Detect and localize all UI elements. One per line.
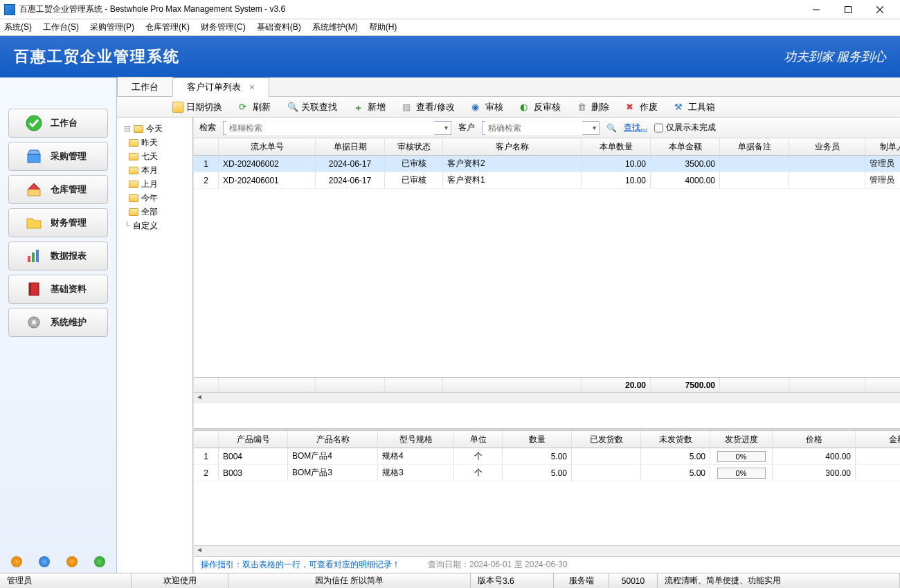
folder-icon [172,102,183,113]
tree-today[interactable]: ⊟今天 [124,122,192,136]
folder-icon [129,194,138,202]
chevron-down-icon[interactable]: ▾ [444,124,448,131]
close-button[interactable] [864,0,896,19]
sidebar-item-reports[interactable]: 数据报表 [8,241,108,270]
toolbar-delete[interactable]: 🗑删除 [577,101,609,113]
column-header[interactable]: 已发货数 [572,431,641,448]
column-header[interactable]: 本单金额 [651,138,720,155]
column-header[interactable]: 单位 [454,431,503,448]
tree-all[interactable]: 全部 [124,205,192,219]
help-icon[interactable] [66,556,78,567]
toolbar-refresh[interactable]: ⟳刷新 [239,101,271,113]
footer-cell [219,378,316,392]
sidebar-item-purchase[interactable]: 采购管理 [8,142,108,171]
search-bar: 检索 ▾ 客户 ▾ 🔍 查找... 仅展示未完成 [194,118,900,138]
column-header[interactable]: 价格 [773,431,856,448]
fuzzy-search-input[interactable]: ▾ [223,121,451,135]
toolbar-audit[interactable]: ◉审核 [471,101,503,113]
column-header[interactable]: 发货进度 [710,431,773,448]
sidebar-item-maintenance[interactable]: 系统维护 [8,308,108,337]
maximize-button[interactable] [832,0,864,19]
menu-system[interactable]: 系统(S) [4,21,32,33]
sidebar-item-basedata[interactable]: 基础资料 [8,275,108,304]
menu-maintenance[interactable]: 系统维护(M) [312,21,358,33]
table-row[interactable]: 2XD-2024060012024-06-17已审核客户资料110.004000… [194,172,900,189]
tree-last-month[interactable]: 上月 [124,177,192,191]
sidebar-item-workbench[interactable]: 工作台 [8,109,108,138]
sidebar-item-warehouse[interactable]: 仓库管理 [8,175,108,204]
globe-icon: ◉ [471,102,483,113]
sidebar-item-label: 工作台 [51,117,78,129]
column-header[interactable]: 单据备注 [720,138,789,155]
sidebar: 工作台 采购管理 仓库管理 财务管理 数据报表 基础资料 系统维护 [0,77,117,573]
svg-rect-7 [32,252,35,262]
menu-purchase[interactable]: 采购管理(P) [90,21,134,33]
search-icon: 🔍 [287,102,298,113]
toolbox-icon: ⚒ [674,102,685,113]
column-header[interactable]: 型号规格 [378,431,454,448]
sidebar-item-label: 仓库管理 [51,183,87,196]
tab-order-list[interactable]: 客户订单列表 × [172,77,269,97]
horizontal-scrollbar[interactable] [194,392,900,403]
menu-basedata[interactable]: 基础资料(B) [257,21,301,33]
column-header[interactable]: 单据日期 [316,138,385,155]
column-header[interactable]: 客户名称 [443,138,582,155]
column-header[interactable] [194,431,219,448]
tree-7days[interactable]: 七天 [124,149,192,163]
toolbar-date-switch[interactable]: 日期切换 [172,101,222,113]
refresh-icon: ⟳ [239,102,250,113]
toolbar-new[interactable]: ＋新增 [354,101,386,113]
tree-this-month[interactable]: 本月 [124,163,192,177]
column-header[interactable]: 制单人员 [865,138,900,155]
hint-text: 操作指引：双击表格的一行，可查看对应的明细记录！ [201,559,400,571]
footer-cell [720,378,789,392]
tree-this-year[interactable]: 今年 [124,191,192,205]
column-header[interactable] [194,138,219,155]
menu-finance[interactable]: 财务管理(C) [201,21,246,33]
search-link[interactable]: 查找... [624,122,647,134]
customer-label: 客户 [458,122,475,134]
footer-cell [316,378,385,392]
menu-help[interactable]: 帮助(H) [369,21,397,33]
column-header[interactable]: 本单数量 [582,138,651,155]
show-incomplete-checkbox[interactable]: 仅展示未完成 [654,121,716,135]
status-tagline: 流程清晰、简单便捷、功能实用 [658,573,900,588]
key-icon[interactable] [11,556,22,567]
toolbar-unaudit[interactable]: ◐反审核 [520,101,561,113]
status-bar: 管理员 欢迎使用 因为信任 所以简单 版本号3.6 服务端 50010 流程清晰… [0,573,900,588]
column-header[interactable]: 产品编号 [219,431,288,448]
column-header[interactable]: 业务员 [789,138,865,155]
clock-icon[interactable] [39,556,50,567]
status-motto: 因为信任 所以简单 [228,573,471,588]
refresh-icon[interactable] [94,556,105,567]
shop-icon [26,148,42,165]
minimize-button[interactable] [800,0,832,19]
table-row[interactable]: 1XD-2024060022024-06-17已审核客户资料210.003500… [194,156,900,172]
tab-close-icon[interactable]: × [249,82,255,93]
toolbar-related-search[interactable]: 🔍关联查找 [287,101,337,113]
horizontal-scrollbar[interactable] [194,545,900,556]
sidebar-item-label: 采购管理 [51,150,87,163]
column-header[interactable]: 流水单号 [219,138,316,155]
toolbar-view-edit[interactable]: ▥查看/修改 [402,101,455,113]
tab-workbench[interactable]: 工作台 [117,77,173,96]
tree-custom[interactable]: └自定义 [124,219,192,232]
table-row[interactable]: 2B003BOM产品3规格3个5.005.000%300.001500.00 [194,465,900,481]
toolbar-void[interactable]: ✖作废 [626,101,658,113]
check-circle-icon [26,115,42,131]
chevron-down-icon[interactable]: ▾ [593,124,596,131]
tree-yesterday[interactable]: 昨天 [124,136,192,149]
column-header[interactable]: 未发货数 [641,431,710,448]
column-header[interactable]: 审核状态 [385,138,443,155]
column-header[interactable]: 数量 [503,431,572,448]
column-header[interactable]: 金额 [856,431,900,448]
toolbar-toolbox[interactable]: ⚒工具箱 [674,101,715,113]
menu-workbench[interactable]: 工作台(S) [43,21,79,33]
sidebar-item-finance[interactable]: 财务管理 [8,208,108,237]
menu-warehouse[interactable]: 仓库管理(K) [145,21,190,33]
header-banner: 百惠工贸企业管理系统 功夫到家 服务到心 [0,36,900,77]
column-header[interactable]: 产品名称 [288,431,378,448]
footer-cell [789,378,865,392]
table-row[interactable]: 1B004BOM产品4规格4个5.005.000%400.002000.00 [194,448,900,465]
customer-search-input[interactable]: ▾ [482,121,600,135]
